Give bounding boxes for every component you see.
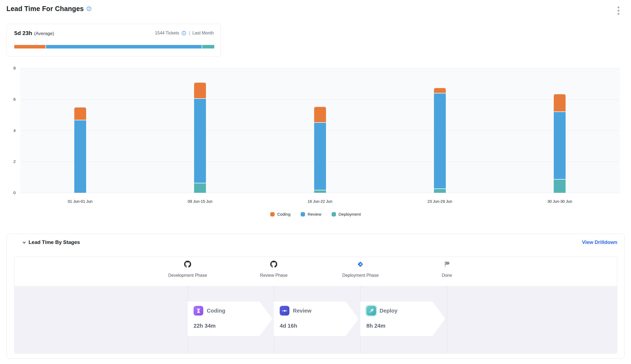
stage-card-coding[interactable]: Coding22h 34m: [188, 302, 272, 336]
phase-marker-deployment-phase: Deployment Phase: [342, 257, 378, 278]
stages-title: Lead Time By Stages: [29, 239, 80, 245]
bar-segment-coding[interactable]: [194, 83, 206, 98]
bar-segment-deployment[interactable]: [434, 189, 446, 193]
summary-card: 5d 23h(Average) 1544 Tickets | Last Mont…: [6, 24, 221, 57]
chart-plot-area: [20, 68, 620, 193]
page-header: Lead Time For Changes: [6, 5, 92, 13]
legend-swatch: [332, 212, 336, 216]
phase-marker-done: Done: [442, 257, 452, 278]
chart-legend: CodingReviewDeployment: [0, 212, 631, 217]
bar-segment-coding[interactable]: [554, 94, 566, 111]
legend-item-review[interactable]: Review: [301, 212, 321, 217]
bar-segment-coding[interactable]: [74, 107, 86, 120]
bar-segment-coding[interactable]: [314, 107, 326, 122]
legend-item-coding[interactable]: Coding: [270, 212, 290, 217]
legend-label: Coding: [277, 212, 290, 217]
rocket-icon: [366, 306, 376, 316]
bar-segment-coding[interactable]: [434, 88, 446, 93]
tickets-count: 1544 Tickets: [155, 31, 179, 36]
lead-time-chart: 02468 01 Jun-01 Jun09 Jun-15 Jun16 Jun-2…: [0, 62, 631, 223]
checkered-flag-icon: [442, 261, 452, 269]
phase-label: Review Phase: [260, 273, 288, 278]
x-axis-label: 01 Jun-01 Jun: [20, 199, 140, 204]
bar-segment-deployment[interactable]: [554, 180, 566, 193]
bar-segment-deployment[interactable]: [194, 183, 206, 193]
stage-card-deploy[interactable]: Deploy8h 24m: [360, 302, 445, 336]
github-icon: [260, 261, 288, 269]
phase-marker-review-phase: Review Phase: [260, 257, 288, 278]
phase-label: Done: [442, 273, 452, 278]
tickets-info-icon[interactable]: [181, 31, 186, 36]
legend-item-deployment[interactable]: Deployment: [332, 212, 361, 217]
bar-09-jun-15-jun: [140, 68, 260, 193]
view-drilldown-link[interactable]: View Drilldown: [582, 239, 617, 245]
hourglass-icon: [194, 306, 203, 316]
y-axis-tick: 2: [2, 159, 16, 164]
x-axis-label: 16 Jun-22 Jun: [260, 199, 380, 204]
y-axis-tick: 6: [2, 96, 16, 102]
phase-label: Deployment Phase: [342, 273, 378, 278]
stage-name: Deploy: [380, 308, 398, 314]
lead-time-dashboard: Lead Time For Changes 5d 23h(Average) 15…: [0, 0, 631, 364]
stage-card-review[interactable]: Review4d 16h: [274, 302, 359, 336]
progress-segment-deployment: [202, 45, 214, 48]
gridline: [20, 193, 620, 193]
lead-time-by-stages-panel: Lead Time By Stages View Drilldown Devel…: [6, 234, 625, 359]
legend-swatch: [270, 212, 275, 216]
stage-name: Review: [293, 308, 311, 314]
bar-01-jun-01-jun: [20, 68, 140, 193]
column-divider: [447, 286, 447, 354]
bar-segment-review[interactable]: [434, 93, 446, 188]
x-axis-label: 23 Jun-29 Jun: [380, 199, 500, 204]
stages-table: Development PhaseReview PhaseDeployment …: [14, 257, 617, 354]
average-value: 5d 23h: [14, 30, 32, 36]
jira-icon: [342, 261, 378, 269]
x-axis-label: 30 Jun-30 Jun: [500, 199, 620, 204]
average-lead-time: 5d 23h(Average): [14, 30, 54, 36]
bar-segment-deployment[interactable]: [314, 190, 326, 193]
info-icon[interactable]: [86, 6, 92, 11]
period-label: Last Month: [192, 31, 214, 36]
page-title: Lead Time For Changes: [6, 5, 84, 13]
y-axis-tick: 0: [2, 190, 16, 196]
bar-segment-review[interactable]: [314, 123, 326, 190]
bar-segment-review[interactable]: [74, 120, 86, 193]
lead-time-distribution-bar: [14, 45, 214, 48]
stage-duration: 4d 16h: [280, 323, 297, 329]
collapse-triangle-icon[interactable]: [22, 242, 26, 244]
commit-icon: [280, 306, 289, 316]
legend-label: Deployment: [339, 212, 361, 217]
phase-label: Development Phase: [168, 273, 207, 278]
stages-header: Lead Time By Stages View Drilldown: [7, 239, 624, 247]
chart-x-axis: 01 Jun-01 Jun09 Jun-15 Jun16 Jun-22 Jun2…: [20, 199, 620, 204]
separator: |: [189, 30, 190, 36]
legend-label: Review: [308, 212, 321, 217]
progress-segment-review: [46, 45, 202, 48]
y-axis-tick: 8: [2, 65, 16, 71]
bar-16-jun-22-jun: [260, 68, 380, 193]
bar-segment-review[interactable]: [194, 99, 206, 183]
github-icon: [168, 261, 207, 269]
kebab-menu-icon[interactable]: [616, 6, 621, 18]
phase-marker-development-phase: Development Phase: [168, 257, 207, 278]
y-axis-tick: 4: [2, 128, 16, 134]
legend-swatch: [301, 212, 305, 216]
stage-duration: 22h 34m: [194, 323, 216, 329]
bar-30-jun-30-jun: [500, 68, 620, 193]
average-label: (Average): [34, 31, 54, 36]
bar-23-jun-29-jun: [380, 68, 500, 193]
x-axis-label: 09 Jun-15 Jun: [140, 199, 260, 204]
bar-segment-review[interactable]: [554, 112, 566, 179]
stage-name: Coding: [207, 308, 225, 314]
stage-duration: 8h 24m: [366, 323, 385, 329]
progress-segment-coding: [14, 45, 45, 48]
